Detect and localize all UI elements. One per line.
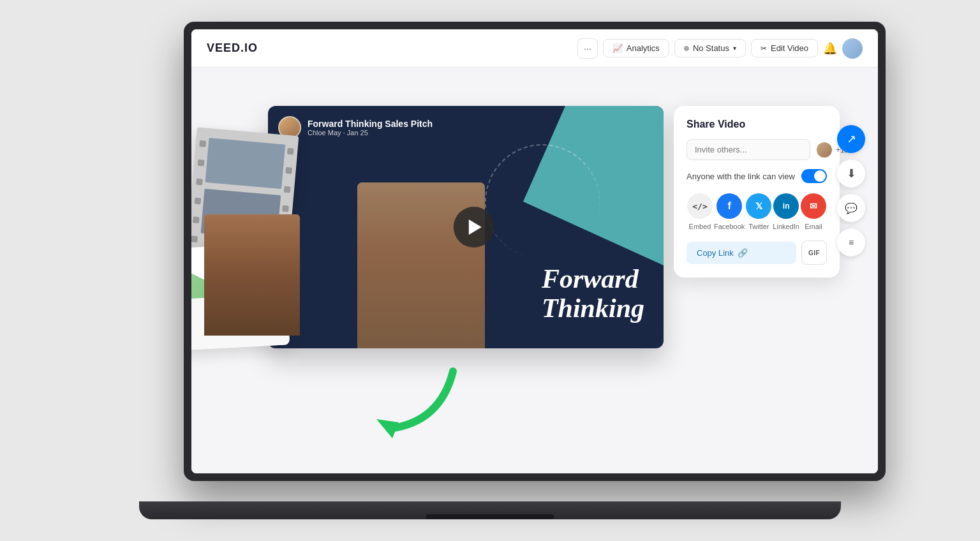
invite-input[interactable] xyxy=(687,139,810,160)
header-right: ··· 📈 Analytics No Status ▾ ✂ Edit Video xyxy=(577,38,863,59)
share-arrow-icon: ↗ xyxy=(847,132,856,146)
facebook-icon: f xyxy=(716,193,742,219)
video-author-date: Chloe May · Jan 25 xyxy=(308,129,433,137)
status-button[interactable]: No Status ▾ xyxy=(674,39,746,57)
email-label: Email xyxy=(805,223,822,230)
video-header: Forward Thinking Sales Pitch Chloe May ·… xyxy=(278,116,433,139)
svg-marker-0 xyxy=(376,419,399,438)
chevron-down-icon: ▾ xyxy=(733,45,736,52)
edit-icon: ✂ xyxy=(761,44,767,53)
avatar-preview xyxy=(815,141,833,159)
embed-label: Embed xyxy=(689,223,711,230)
analytics-label: Analytics xyxy=(627,43,660,53)
facebook-share-item[interactable]: f Facebook xyxy=(714,193,745,230)
video-author-avatar xyxy=(278,116,301,139)
gif-label: GIF xyxy=(808,249,820,256)
invite-row: +12 xyxy=(687,139,827,160)
link-icon: 🔗 xyxy=(738,248,748,258)
copy-link-label: Copy Link xyxy=(697,248,734,258)
video-title: Forward Thinking Sales Pitch xyxy=(308,119,433,129)
twitter-icon: 𝕏 xyxy=(746,193,771,219)
facebook-label: Facebook xyxy=(714,223,745,230)
notification-bell-icon[interactable]: 🔔 xyxy=(823,41,837,56)
email-icon: ✉ xyxy=(801,193,826,219)
embed-share-item[interactable]: </> Embed xyxy=(687,193,713,230)
linkedin-label: LinkedIn xyxy=(773,223,799,230)
green-arrow-decoration xyxy=(338,359,479,441)
comment-icon: 💬 xyxy=(845,202,858,214)
analytics-button[interactable]: 📈 Analytics xyxy=(603,39,669,57)
link-access-toggle[interactable] xyxy=(801,169,827,183)
social-share-row: </> Embed f Facebook 𝕏 Twitter xyxy=(687,193,827,230)
edit-video-button[interactable]: ✂ Edit Video xyxy=(751,39,818,57)
video-date: Jan 25 xyxy=(347,129,368,137)
link-access-toggle-row: Anyone with the link can view xyxy=(687,169,827,183)
sidebar-actions: ↗ ⬇ 💬 ≡ xyxy=(837,125,865,256)
twitter-share-item[interactable]: 𝕏 Twitter xyxy=(746,193,771,230)
veed-logo: VEED.IO xyxy=(207,41,258,55)
embed-icon: </> xyxy=(687,193,713,219)
video-title-area: Forward Thinking Sales Pitch Chloe May ·… xyxy=(308,119,433,137)
video-card: Forward Thinking Sales Pitch Chloe May ·… xyxy=(268,106,664,348)
gif-button[interactable]: GIF xyxy=(801,241,827,265)
share-panel-title: Share Video xyxy=(687,119,827,130)
user-avatar[interactable] xyxy=(842,38,863,59)
copy-link-row: Copy Link 🔗 GIF xyxy=(687,241,827,265)
status-indicator xyxy=(684,46,689,51)
share-panel: Share Video +12 Anyone with the link can… xyxy=(674,106,840,278)
edit-video-label: Edit Video xyxy=(771,43,808,53)
caption-icon: ≡ xyxy=(849,237,854,248)
video-overlay-text: Forward Thinking xyxy=(542,264,644,323)
main-content: Forward Thinking Sales Pitch Chloe May ·… xyxy=(191,68,878,473)
video-author: Chloe May xyxy=(308,129,341,137)
analytics-icon: 📈 xyxy=(612,43,623,53)
video-thumbnail-person xyxy=(357,182,485,348)
status-label: No Status xyxy=(693,43,729,53)
download-icon: ⬇ xyxy=(847,167,856,181)
caption-fab-button[interactable]: ≡ xyxy=(837,228,865,256)
play-button[interactable] xyxy=(454,207,494,248)
twitter-label: Twitter xyxy=(748,223,769,230)
linkedin-share-item[interactable]: in LinkedIn xyxy=(773,193,799,230)
email-share-item[interactable]: ✉ Email xyxy=(801,193,826,230)
comment-fab-button[interactable]: 💬 xyxy=(837,194,865,222)
play-triangle-icon xyxy=(469,219,482,235)
more-options-button[interactable]: ··· xyxy=(577,38,598,59)
link-access-label: Anyone with the link can view xyxy=(687,172,795,181)
download-fab-button[interactable]: ⬇ xyxy=(837,159,865,188)
copy-link-button[interactable]: Copy Link 🔗 xyxy=(687,242,796,264)
share-fab-button[interactable]: ↗ xyxy=(837,125,865,153)
laptop-base xyxy=(139,501,841,519)
linkedin-icon: in xyxy=(773,193,799,219)
